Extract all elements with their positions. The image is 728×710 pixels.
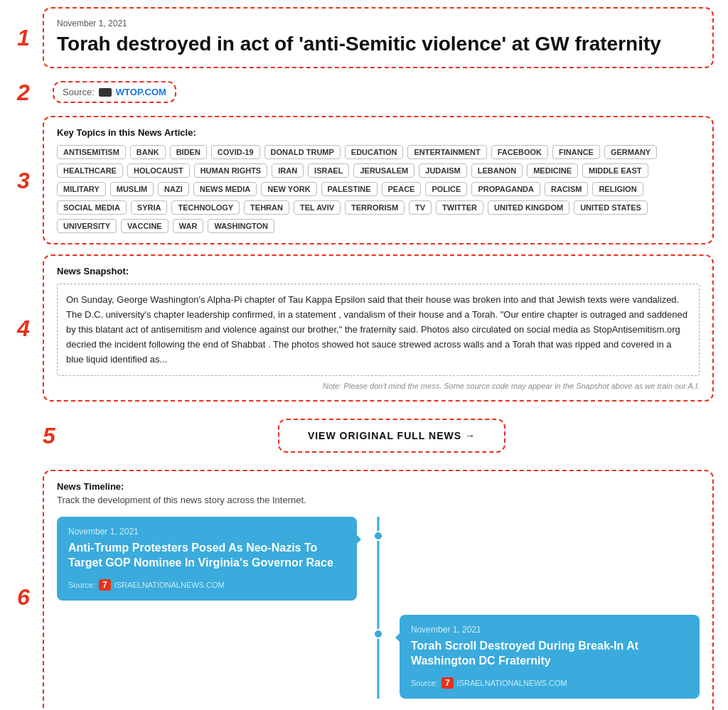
timeline-card-title: Torah Scroll Destroyed During Break-In A… xyxy=(411,639,688,669)
section-number-2: 2 xyxy=(17,79,30,105)
source-name: ISRAELNATIONALNEWS.COM xyxy=(114,581,225,589)
topic-tag[interactable]: HEALTHCARE xyxy=(57,163,123,178)
timeline-item: November 1, 2021 Torah Scroll Destroyed … xyxy=(57,615,700,699)
topic-tag[interactable]: UNITED KINGDOM xyxy=(488,200,569,215)
timeline-container: November 1, 2021 Anti-Trump Protesters P… xyxy=(57,517,700,698)
snapshot-text: On Sunday, George Washington's Alpha-Pi … xyxy=(57,284,700,376)
topic-tag[interactable]: NAZI xyxy=(158,182,189,196)
section-number-3: 3 xyxy=(17,167,30,193)
topic-tag[interactable]: BIDEN xyxy=(170,145,207,159)
timeline-dot xyxy=(373,629,383,639)
source-name: ISRAELNATIONALNEWS.COM xyxy=(457,679,567,687)
snapshot-heading: News Snapshot: xyxy=(57,266,700,276)
section-number-1: 1 xyxy=(17,25,30,51)
topic-tag[interactable]: NEWS MEDIA xyxy=(193,182,257,196)
topic-tag[interactable]: PROPAGANDA xyxy=(471,182,540,196)
section-number-5: 5 xyxy=(43,423,55,449)
topic-tag[interactable]: UNITED STATES xyxy=(574,200,648,215)
topic-tag[interactable]: RELIGION xyxy=(592,182,643,196)
source-logo-icon xyxy=(99,88,112,97)
timeline-heading: News Timeline: xyxy=(57,481,700,492)
topic-tag[interactable]: ANTISEMITISM xyxy=(57,145,126,159)
timeline-card[interactable]: November 1, 2021 Torah Scroll Destroyed … xyxy=(400,615,700,699)
topic-tag[interactable]: GERMANY xyxy=(604,145,657,159)
topic-tag[interactable]: ENTERTAINMENT xyxy=(407,145,486,159)
topic-tag[interactable]: HUMAN RIGHTS xyxy=(194,163,268,178)
section-number-6: 6 xyxy=(17,583,30,610)
topic-tag[interactable]: RACISM xyxy=(545,182,588,196)
topic-tag[interactable]: DONALD TRUMP xyxy=(264,145,341,159)
topic-tag[interactable]: POLICE xyxy=(425,182,467,196)
timeline-dot xyxy=(373,531,383,541)
timeline-subtitle: Track the development of this news story… xyxy=(57,495,700,505)
topic-tag[interactable]: WASHINGTON xyxy=(208,219,274,233)
view-full-news-button[interactable]: VIEW ORIGINAL FULL NEWS → xyxy=(278,419,505,453)
topic-tag[interactable]: TWITTER xyxy=(436,200,483,215)
source-link[interactable]: WTOP.COM xyxy=(116,87,166,97)
topic-tag[interactable]: NEW YORK xyxy=(261,182,316,196)
topic-tag[interactable]: TEL AVIV xyxy=(294,200,341,215)
topic-tag[interactable]: SYRIA xyxy=(131,200,168,215)
timeline-card[interactable]: November 1, 2021 Anti-Trump Protesters P… xyxy=(57,517,357,601)
snapshot-note: Note: Please don't mind the mess. Some s… xyxy=(57,382,700,390)
topic-tag[interactable]: TV xyxy=(409,200,432,215)
timeline-card-source: Source: 7 ISRAELNATIONALNEWS.COM xyxy=(411,677,688,689)
section6-card: News Timeline: Track the development of … xyxy=(43,470,714,710)
topic-tag[interactable]: UNIVERSITY xyxy=(57,219,117,233)
timeline-card-date: November 1, 2021 xyxy=(411,625,688,635)
topic-tag[interactable]: WAR xyxy=(173,219,204,233)
topic-tag[interactable]: VACCINE xyxy=(121,219,168,233)
section1-card: November 1, 2021 Torah destroyed in act … xyxy=(43,7,714,68)
topic-tag[interactable]: FINANCE xyxy=(552,145,600,159)
section3-card: Key Topics in this News Article: ANTISEM… xyxy=(43,116,714,244)
source-label: Source: xyxy=(63,87,95,97)
timeline-card-date: November 1, 2021 xyxy=(68,527,346,537)
topic-tag[interactable]: HOLOCAUST xyxy=(127,163,190,178)
source-box: Source: WTOP.COM xyxy=(53,81,176,103)
source-label: Source: xyxy=(411,679,438,687)
source-label: Source: xyxy=(68,581,95,589)
topic-tag[interactable]: TERRORISM xyxy=(345,200,405,215)
tags-container: ANTISEMITISMBANKBIDENCOVID-19DONALD TRUM… xyxy=(57,145,700,233)
topic-tag[interactable]: MILITARY xyxy=(57,182,106,196)
topic-tag[interactable]: BANK xyxy=(130,145,166,159)
topic-tag[interactable]: ISRAEL xyxy=(308,163,349,178)
source-badge: 7 xyxy=(441,677,454,689)
topic-tag[interactable]: SOCIAL MEDIA xyxy=(57,200,127,215)
timeline-card-source: Source: 7 ISRAELNATIONALNEWS.COM xyxy=(68,579,346,591)
topic-tag[interactable]: TEHRAN xyxy=(244,200,289,215)
topics-heading: Key Topics in this News Article: xyxy=(57,127,700,138)
timeline-item: November 1, 2021 Anti-Trump Protesters P… xyxy=(57,517,700,601)
section-number-4: 4 xyxy=(17,315,30,341)
topic-tag[interactable]: JERUSALEM xyxy=(353,163,414,178)
section4-card: News Snapshot: On Sunday, George Washing… xyxy=(43,254,714,402)
topic-tag[interactable]: LEBANON xyxy=(471,163,523,178)
topic-tag[interactable]: MIDDLE EAST xyxy=(582,163,648,178)
topic-tag[interactable]: PALESTINE xyxy=(321,182,378,196)
timeline-card-title: Anti-Trump Protesters Posed As Neo-Nazis… xyxy=(68,541,346,571)
topic-tag[interactable]: EDUCATION xyxy=(345,145,404,159)
topic-tag[interactable]: JUDAISM xyxy=(419,163,467,178)
source-badge: 7 xyxy=(99,579,111,591)
topic-tag[interactable]: MUSLIM xyxy=(110,182,154,196)
topic-tag[interactable]: FACEBOOK xyxy=(491,145,548,159)
article-date: November 1, 2021 xyxy=(57,18,700,28)
topic-tag[interactable]: COVID-19 xyxy=(211,145,260,159)
topic-tag[interactable]: MEDICINE xyxy=(527,163,578,178)
article-title: Torah destroyed in act of 'anti-Semitic … xyxy=(57,31,700,57)
topic-tag[interactable]: TECHNOLOGY xyxy=(171,200,240,215)
topic-tag[interactable]: PEACE xyxy=(382,182,422,196)
topic-tag[interactable]: IRAN xyxy=(272,163,304,178)
